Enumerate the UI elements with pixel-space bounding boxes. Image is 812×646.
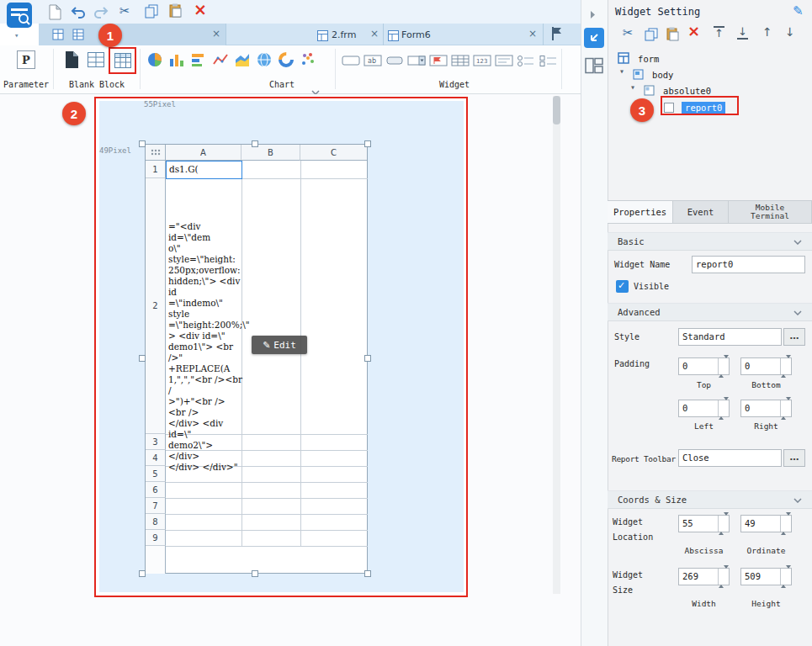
move-to-bottom-button[interactable]: ↓ bbox=[737, 26, 748, 40]
column-header-b[interactable]: B bbox=[241, 145, 300, 161]
tab-2-close-icon[interactable]: × bbox=[370, 28, 379, 40]
style-more-button[interactable]: … bbox=[783, 328, 805, 346]
chart-donut-button[interactable] bbox=[278, 51, 295, 71]
location-y-stepper[interactable]: 49 bbox=[740, 515, 792, 532]
move-up-button[interactable]: ↑ bbox=[762, 25, 772, 39]
panel-cut-button[interactable]: ✂ bbox=[623, 25, 634, 40]
size-width-stepper[interactable]: 269 bbox=[678, 568, 730, 585]
row-header-7[interactable]: 7 bbox=[146, 498, 166, 514]
padding-right-stepper[interactable]: 0 bbox=[740, 400, 792, 417]
parameter-button[interactable]: P bbox=[17, 50, 35, 69]
report-toolbar-more-button[interactable]: … bbox=[783, 449, 805, 467]
scrollbar-thumb[interactable] bbox=[553, 96, 560, 124]
style-input[interactable]: Standard bbox=[678, 328, 782, 346]
panel-edit-pencil-icon[interactable]: ✎ bbox=[793, 3, 804, 19]
widget-table-button[interactable] bbox=[451, 54, 470, 71]
resize-handle[interactable] bbox=[364, 570, 371, 577]
resize-handle[interactable] bbox=[139, 570, 146, 577]
row-header-6[interactable]: 6 bbox=[146, 482, 166, 498]
chart-map-button[interactable] bbox=[256, 51, 273, 71]
logo-dropdown-icon[interactable]: ▾ bbox=[14, 31, 19, 40]
widget-combobox-button[interactable] bbox=[407, 54, 426, 71]
widget-text-button[interactable] bbox=[495, 54, 513, 71]
resize-handle[interactable] bbox=[139, 140, 146, 147]
panel-copy-button[interactable] bbox=[645, 28, 658, 45]
chart-label[interactable]: Chart bbox=[257, 80, 307, 89]
row-header-4[interactable]: 4 bbox=[146, 450, 166, 466]
tab-2-label[interactable]: 2.frm bbox=[332, 29, 356, 40]
chart-scatter-button[interactable] bbox=[300, 51, 316, 71]
tab-1[interactable] bbox=[39, 24, 226, 45]
dock-widget-settings-button[interactable] bbox=[584, 28, 604, 51]
resize-handle[interactable] bbox=[252, 570, 258, 577]
dock-component-layout-button[interactable] bbox=[585, 57, 603, 77]
chart-column-button[interactable] bbox=[168, 51, 185, 71]
tab-mobile-terminal[interactable]: Mobile Terminal bbox=[728, 200, 812, 224]
move-down-button[interactable]: ↓ bbox=[785, 25, 795, 39]
paste-button[interactable] bbox=[168, 3, 183, 22]
tab-3-close-icon[interactable]: × bbox=[528, 28, 537, 40]
resize-handle[interactable] bbox=[139, 355, 146, 362]
cut-button[interactable]: ✂ bbox=[119, 3, 130, 19]
section-coords-size[interactable]: Coords & Size bbox=[608, 490, 812, 509]
section-basic[interactable]: Basic bbox=[608, 232, 812, 251]
copy-button[interactable] bbox=[145, 4, 159, 22]
blank-block-button[interactable] bbox=[62, 50, 81, 72]
widget-name-input[interactable]: report0 bbox=[692, 256, 805, 273]
widget-checkbox-group-button[interactable] bbox=[539, 54, 557, 71]
tree-caret-absolute[interactable]: ▾ bbox=[630, 82, 635, 92]
chart-pie-button[interactable] bbox=[146, 51, 163, 71]
row-header-3[interactable]: 3 bbox=[146, 434, 166, 450]
chart-line-button[interactable] bbox=[212, 51, 229, 71]
widget-textarea-button[interactable]: ab bbox=[364, 54, 382, 71]
row-header-1[interactable]: 1 bbox=[146, 161, 166, 178]
panel-paste-button[interactable] bbox=[666, 27, 679, 45]
chart-bar-button[interactable] bbox=[190, 51, 207, 71]
location-x-stepper[interactable]: 55 bbox=[678, 515, 730, 532]
grid-corner-cell[interactable] bbox=[146, 145, 166, 161]
resize-handle[interactable] bbox=[252, 140, 258, 147]
tree-item-form[interactable]: form bbox=[618, 50, 659, 65]
undo-button[interactable] bbox=[71, 6, 87, 23]
section-advanced[interactable]: Advanced bbox=[608, 303, 812, 321]
tree-caret-body[interactable]: ▾ bbox=[619, 66, 624, 76]
collapse-panel-icon[interactable] bbox=[590, 7, 596, 23]
save-button[interactable] bbox=[48, 4, 62, 24]
row-header-5[interactable]: 5 bbox=[146, 466, 166, 482]
visible-checkbox[interactable]: ✓ bbox=[616, 280, 629, 293]
app-logo[interactable] bbox=[7, 3, 32, 31]
cell-a1-selected[interactable]: ds1.G( bbox=[166, 161, 242, 179]
column-header-c[interactable]: C bbox=[300, 145, 367, 161]
report-toolbar-input[interactable]: Close bbox=[678, 449, 782, 467]
resize-handle[interactable] bbox=[364, 355, 371, 362]
tab-overflow-icon[interactable] bbox=[550, 26, 563, 45]
row-header-9[interactable]: 9 bbox=[146, 530, 166, 546]
move-to-top-button[interactable]: ↑ bbox=[714, 26, 724, 40]
row-header-2[interactable]: 2 bbox=[146, 178, 166, 434]
tab-1-close-icon[interactable]: × bbox=[212, 28, 220, 40]
canvas-scrollbar[interactable] bbox=[553, 96, 560, 594]
chart-area-button[interactable] bbox=[234, 51, 251, 71]
delete-button[interactable]: × bbox=[194, 0, 207, 19]
tree-item-body[interactable]: body bbox=[633, 66, 673, 81]
column-header-a[interactable]: A bbox=[166, 145, 241, 161]
widget-number-button[interactable]: 123 bbox=[473, 54, 491, 71]
widget-textfield-button[interactable] bbox=[342, 54, 360, 71]
cell-a2-formula[interactable]: ="<div id=\"dem o\" style=\"height: 250p… bbox=[168, 221, 242, 473]
edit-report-button[interactable]: ✎ Edit bbox=[252, 336, 307, 354]
widget-iframe-button[interactable] bbox=[429, 54, 448, 71]
tab-properties[interactable]: Properties bbox=[608, 200, 673, 224]
resize-handle[interactable] bbox=[364, 140, 371, 147]
padding-left-stepper[interactable]: 0 bbox=[678, 400, 730, 417]
widget-button-button[interactable] bbox=[385, 54, 404, 71]
tree-item-absolute0[interactable]: absolute0 bbox=[644, 82, 711, 97]
tab-3-label[interactable]: Form6 bbox=[401, 29, 431, 40]
widget-radio-group-button[interactable] bbox=[517, 54, 535, 71]
row-header-8[interactable]: 8 bbox=[146, 514, 166, 530]
report-block-widget[interactable]: A B C 1 2 3 4 5 6 7 8 9 ds1.G( ="<div id… bbox=[145, 144, 368, 574]
panel-delete-button[interactable]: × bbox=[687, 22, 700, 40]
padding-bottom-stepper[interactable]: 0 bbox=[740, 357, 792, 375]
size-height-stepper[interactable]: 509 bbox=[740, 568, 792, 585]
padding-top-stepper[interactable]: 0 bbox=[678, 357, 730, 375]
redo-button[interactable] bbox=[93, 6, 109, 23]
